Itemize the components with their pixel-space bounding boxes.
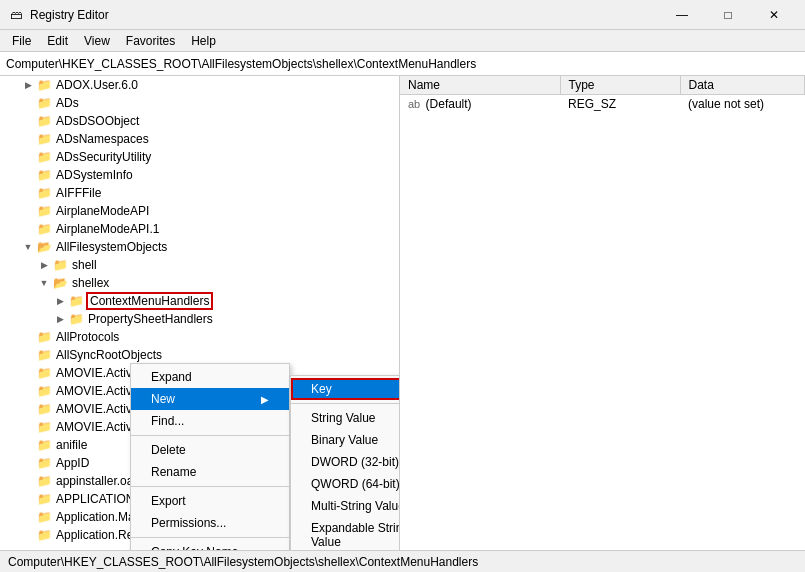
context-menu-new[interactable]: New ▶ xyxy=(131,388,289,410)
expand-icon xyxy=(20,113,36,129)
menu-edit[interactable]: Edit xyxy=(39,32,76,50)
tree-item[interactable]: 📁 ADsDSOObject xyxy=(0,112,399,130)
row-name: ab (Default) xyxy=(400,95,560,114)
context-menu-permissions[interactable]: Permissions... xyxy=(131,512,289,534)
folder-icon: 📁 xyxy=(36,185,52,201)
dword-value-label: DWORD (32-bit) Value xyxy=(311,455,400,469)
folder-icon: 📁 xyxy=(36,203,52,219)
window-controls: — □ ✕ xyxy=(659,0,797,30)
folder-icon: 📁 xyxy=(36,437,52,453)
submenu-separator xyxy=(291,403,400,404)
menu-file[interactable]: File xyxy=(4,32,39,50)
expand-icon xyxy=(20,185,36,201)
menu-help[interactable]: Help xyxy=(183,32,224,50)
item-label: ADsNamespaces xyxy=(54,132,151,146)
tree-item[interactable]: 📁 AirplaneModeAPI.1 xyxy=(0,220,399,238)
item-label: ADSystemInfo xyxy=(54,168,135,182)
folder-icon: 📁 xyxy=(36,329,52,345)
item-label: anifile xyxy=(54,438,89,452)
row-data: (value not set) xyxy=(680,95,805,114)
rename-label: Rename xyxy=(151,465,196,479)
tree-item[interactable]: 📁 AirplaneModeAPI xyxy=(0,202,399,220)
tree-item-context-menu-handlers[interactable]: ▶ 📁 ContextMenuHandlers xyxy=(0,292,399,310)
context-menu-export[interactable]: Export xyxy=(131,490,289,512)
expand-icon xyxy=(20,221,36,237)
folder-icon: 📁 xyxy=(52,257,68,273)
submenu-string-value[interactable]: String Value xyxy=(291,407,400,429)
item-label: ADOX.User.6.0 xyxy=(54,78,140,92)
tree-item[interactable]: 📁 ADsSecurityUtility xyxy=(0,148,399,166)
context-menu-rename[interactable]: Rename xyxy=(131,461,289,483)
tree-item[interactable]: 📁 AIFFFile xyxy=(0,184,399,202)
item-label: AirplaneModeAPI.1 xyxy=(54,222,161,236)
context-menu-find[interactable]: Find... xyxy=(131,410,289,432)
expand-icon xyxy=(20,347,36,363)
tree-item[interactable]: 📁 ADsNamespaces xyxy=(0,130,399,148)
menu-favorites[interactable]: Favorites xyxy=(118,32,183,50)
col-type: Type xyxy=(560,76,680,95)
expand-icon: ▶ xyxy=(20,77,36,93)
title-bar: 🗃 Registry Editor — □ ✕ xyxy=(0,0,805,30)
context-menu-copy-key[interactable]: Copy Key Name xyxy=(131,541,289,550)
menu-view[interactable]: View xyxy=(76,32,118,50)
folder-icon: 📁 xyxy=(36,221,52,237)
tree-item[interactable]: 📁 ADSystemInfo xyxy=(0,166,399,184)
item-label: AllSyncRootObjects xyxy=(54,348,164,362)
tree-item[interactable]: ▶ 📁 PropertySheetHandlers xyxy=(0,310,399,328)
tree-item[interactable]: 📁 ADs xyxy=(0,94,399,112)
folder-icon: 📁 xyxy=(36,149,52,165)
folder-icon: 📁 xyxy=(36,131,52,147)
maximize-button[interactable]: □ xyxy=(705,0,751,30)
context-menu-delete[interactable]: Delete xyxy=(131,439,289,461)
tree-item[interactable]: ▶ 📁 shell xyxy=(0,256,399,274)
minimize-button[interactable]: — xyxy=(659,0,705,30)
main-content: ▶ 📁 ADOX.User.6.0 📁 ADs 📁 ADsDSOObject 📁… xyxy=(0,76,805,550)
col-data: Data xyxy=(680,76,805,95)
submenu-key[interactable]: Key xyxy=(291,378,400,400)
context-menu-separator xyxy=(131,486,289,487)
new-label: New xyxy=(151,392,175,406)
item-label: ADsDSOObject xyxy=(54,114,141,128)
close-button[interactable]: ✕ xyxy=(751,0,797,30)
submenu-multi-string-value[interactable]: Multi-String Value xyxy=(291,495,400,517)
context-menu-expand[interactable]: Expand xyxy=(131,366,289,388)
item-label: AIFFFile xyxy=(54,186,103,200)
item-label: AllFilesystemObjects xyxy=(54,240,169,254)
tree-item[interactable]: 📁 AllProtocols xyxy=(0,328,399,346)
submenu-binary-value[interactable]: Binary Value xyxy=(291,429,400,451)
submenu-expandable-string-value[interactable]: Expandable String Value xyxy=(291,517,400,550)
submenu-qword-value[interactable]: QWORD (64-bit) Value xyxy=(291,473,400,495)
expand-icon xyxy=(20,383,36,399)
expand-icon: ▼ xyxy=(20,239,36,255)
folder-icon: 📁 xyxy=(36,527,52,543)
folder-icon: 📁 xyxy=(36,167,52,183)
expand-icon xyxy=(20,419,36,435)
tree-pane: ▶ 📁 ADOX.User.6.0 📁 ADs 📁 ADsDSOObject 📁… xyxy=(0,76,400,550)
table-row[interactable]: ab (Default) REG_SZ (value not set) xyxy=(400,95,805,114)
permissions-label: Permissions... xyxy=(151,516,226,530)
folder-icon: 📁 xyxy=(36,365,52,381)
folder-icon: 📁 xyxy=(68,293,84,309)
item-label: shellex xyxy=(70,276,111,290)
folder-icon: 📁 xyxy=(36,383,52,399)
tree-item[interactable]: ▼ 📂 shellex xyxy=(0,274,399,292)
item-label: PropertySheetHandlers xyxy=(86,312,215,326)
item-label: shell xyxy=(70,258,99,272)
submenu-dword-value[interactable]: DWORD (32-bit) Value xyxy=(291,451,400,473)
menu-bar: File Edit View Favorites Help xyxy=(0,30,805,52)
tree-item[interactable]: 📁 AllSyncRootObjects xyxy=(0,346,399,364)
registry-table: Name Type Data ab (Default) REG_SZ (valu… xyxy=(400,76,805,114)
tree-item[interactable]: ▼ 📂 AllFilesystemObjects xyxy=(0,238,399,256)
expand-icon xyxy=(20,401,36,417)
tree-item[interactable]: ▶ 📁 ADOX.User.6.0 xyxy=(0,76,399,94)
folder-icon: 📁 xyxy=(36,113,52,129)
copy-key-label: Copy Key Name xyxy=(151,545,238,550)
col-name: Name xyxy=(400,76,560,95)
expand-icon: ▼ xyxy=(36,275,52,291)
folder-icon: 📁 xyxy=(36,401,52,417)
address-bar: Computer\HKEY_CLASSES_ROOT\AllFilesystem… xyxy=(0,52,805,76)
expand-icon xyxy=(20,437,36,453)
folder-icon: 📁 xyxy=(36,347,52,363)
folder-icon: 📂 xyxy=(36,239,52,255)
expand-icon xyxy=(20,365,36,381)
